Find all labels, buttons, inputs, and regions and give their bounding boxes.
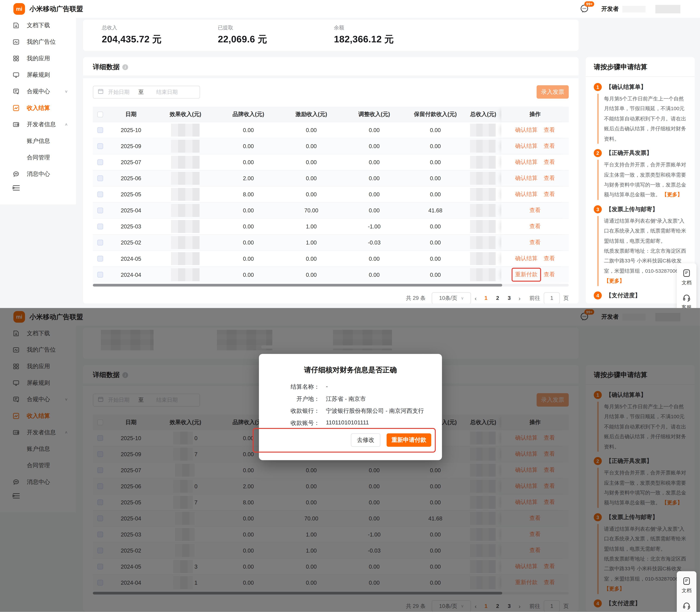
table-action-link[interactable]: 查看: [544, 142, 555, 150]
row-effect-income: 7: [154, 138, 217, 154]
document-icon: [682, 269, 691, 278]
blurred-value-block: [470, 268, 496, 281]
table-action-link[interactable]: 查看: [544, 158, 555, 166]
stat-value-withdrawn: 22,069.6 元: [218, 33, 267, 45]
table-action-link[interactable]: 查看: [530, 223, 540, 230]
table-row: 2025-04 0.00 70.00 0.00 41.68 查看: [93, 202, 569, 218]
prev-page-arrow[interactable]: ‹: [475, 295, 477, 301]
table-action-link[interactable]: 确认结算: [515, 191, 538, 198]
table-action-link[interactable]: 确认结算: [515, 142, 538, 150]
row-brand-income: 0.00: [217, 235, 280, 250]
sidebar-item-compliance-center[interactable]: 合规中心 ∨: [0, 83, 76, 100]
blurred-value-block: [470, 220, 496, 233]
row-checkbox[interactable]: [97, 256, 103, 262]
page-number-2[interactable]: 2: [492, 295, 504, 301]
row-checkbox[interactable]: [97, 224, 103, 230]
row-incentive-income: 0.00: [280, 186, 343, 202]
table-row: 2025-02 0.00 1.00 -0.03 0.00 查看: [93, 234, 569, 250]
sidebar-item-message-center[interactable]: 消息中心: [0, 166, 76, 182]
end-date-placeholder[interactable]: 结束日期: [156, 88, 178, 96]
enter-invoice-button[interactable]: 录入发票: [537, 85, 569, 99]
stat-value-balance: 182,366.12 元: [334, 33, 394, 45]
row-effect-income: 3: [154, 251, 217, 266]
support-shortcut[interactable]: 客服: [682, 601, 691, 612]
row-total-income: [465, 219, 502, 234]
sidebar-item-contract-management[interactable]: 合同管理: [0, 149, 76, 166]
start-date-placeholder[interactable]: 开始日期: [108, 88, 129, 96]
table-action-link[interactable]: 查看: [530, 239, 540, 246]
screen-normal-state: mi 小米移动广告联盟 99+ 开发者 文档下载 我的广告位 我的应用 屏蔽规则: [0, 0, 700, 308]
row-total-income: [465, 251, 502, 266]
reapply-payment-button[interactable]: 重新申请付款: [387, 433, 431, 447]
floating-help-widget: 文档 客服: [677, 571, 696, 612]
table-header-row: 日期 效果收入(元) 品牌收入(元) 激励收入(元) 调整收入(元) 保留付款收…: [93, 107, 569, 122]
row-date: 2025-10: [121, 127, 141, 133]
docs-shortcut[interactable]: 文档: [682, 576, 691, 594]
dialog-title: 请仔细核对财务信息是否正确: [259, 365, 442, 375]
sidebar-item-block-rules[interactable]: 屏蔽规则: [0, 67, 76, 83]
more-link[interactable]: 【更多】: [662, 192, 682, 197]
sidebar-item-ad-slots[interactable]: 我的广告位: [0, 33, 76, 50]
blurred-value-block: [171, 140, 200, 153]
blurred-value-block: [171, 268, 200, 281]
field-label-account-location: 开户地：: [278, 395, 319, 403]
row-checkbox[interactable]: [97, 143, 103, 149]
table-action-link[interactable]: 确认结算: [515, 126, 538, 134]
next-page-arrow[interactable]: ›: [519, 295, 520, 301]
blurred-value-block: [470, 236, 496, 249]
table-action-link[interactable]: 查看: [530, 207, 540, 214]
developer-label[interactable]: 开发者: [601, 5, 619, 13]
row-checkbox[interactable]: [97, 192, 103, 197]
row-date: 2024-05: [121, 255, 141, 262]
row-checkbox[interactable]: [97, 176, 103, 181]
collapse-sidebar-icon[interactable]: [0, 185, 76, 193]
sidebar-item-my-apps[interactable]: 我的应用: [0, 50, 76, 67]
page-number-3[interactable]: 3: [504, 295, 515, 301]
stat-value-total-income: 204,435.72 元: [102, 33, 162, 45]
sidebar-item-doc-download[interactable]: 文档下载: [0, 18, 76, 33]
more-link[interactable]: 【更多】: [604, 278, 624, 283]
go-modify-button[interactable]: 去修改: [351, 433, 380, 447]
row-incentive-income: 0.00: [280, 267, 343, 282]
date-range-picker[interactable]: 开始日期 至 结束日期: [93, 85, 200, 98]
horizontal-scrollbar[interactable]: [93, 284, 569, 287]
table-action-link[interactable]: 重新付款: [515, 271, 538, 278]
table-action-link[interactable]: 查看: [544, 271, 555, 278]
select-all-checkbox[interactable]: [97, 111, 103, 117]
table-action-link[interactable]: 查看: [544, 255, 555, 262]
step-number-badge: 3: [594, 205, 602, 213]
docs-shortcut[interactable]: 文档: [682, 269, 691, 286]
row-effect-income: 1: [154, 267, 217, 282]
sidebar-item-account-info[interactable]: 账户信息: [0, 133, 76, 149]
row-checkbox[interactable]: [97, 272, 103, 278]
calendar-icon: [98, 88, 104, 96]
row-checkbox[interactable]: [97, 127, 103, 133]
table-action-link[interactable]: 确认结算: [515, 158, 538, 166]
support-shortcut[interactable]: 客服: [682, 293, 691, 308]
row-checkbox[interactable]: [97, 159, 103, 165]
row-brand-income: 8.00: [217, 186, 280, 202]
table-action-link[interactable]: 查看: [544, 175, 555, 182]
table-action-link[interactable]: 确认结算: [515, 175, 538, 182]
info-icon[interactable]: i: [122, 64, 128, 70]
sidebar-item-developer-info[interactable]: 开发者信息 ∧: [0, 116, 76, 133]
row-checkbox[interactable]: [97, 208, 103, 213]
page-number-1[interactable]: 1: [480, 295, 492, 301]
table-action-link[interactable]: 查看: [544, 126, 555, 134]
sidebar-item-income-settlement[interactable]: 收入结算: [0, 100, 76, 116]
table-action-link[interactable]: 查看: [544, 191, 555, 198]
col-adjust-income: 调整收入(元): [343, 107, 406, 122]
field-value-receiving-bank: 宁波银行股份有限公司 - 南京河西支行: [326, 407, 424, 415]
row-actions: 确认结算查看: [502, 138, 569, 154]
row-adjust-income: 0.00: [343, 122, 406, 138]
row-incentive-income: 0.00: [280, 154, 343, 170]
doc-download-icon: [13, 22, 20, 29]
notification-bubble-icon[interactable]: 99+: [580, 4, 590, 14]
scrollbar-thumb[interactable]: [93, 284, 502, 287]
table-action-link[interactable]: 确认结算: [515, 255, 538, 262]
blurred-value-block: [470, 124, 496, 137]
goto-page-input[interactable]: 1: [544, 292, 560, 303]
row-date: 2024-04: [121, 272, 141, 278]
page-size-select[interactable]: 10条/页 ∨: [432, 292, 471, 303]
row-checkbox[interactable]: [97, 240, 103, 246]
